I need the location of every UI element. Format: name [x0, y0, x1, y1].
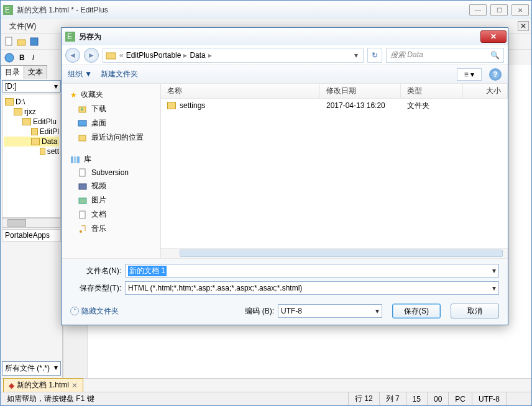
filetype-combo[interactable]: HTML (*.html;*.htm;*.asp;*.asa;*.aspx;*.…	[125, 281, 499, 295]
dialog-title: 另存为	[75, 32, 480, 42]
sidebar-desktop[interactable]: 桌面	[64, 116, 158, 130]
svg-rect-13	[74, 156, 76, 163]
svg-point-19	[80, 230, 82, 233]
folder-tree[interactable]: D:\ rjxz EditPlu EditPl Data sett	[2, 94, 61, 218]
dialog-nav: ◄ ► « EditPlusPortable ▸ Data ▸ ▾ ↻ 搜索 D…	[62, 45, 508, 65]
svg-rect-11	[79, 135, 86, 141]
minimize-button[interactable]: —	[469, 4, 487, 16]
dialog-close-button[interactable]: ✕	[480, 30, 507, 43]
chevron-down-icon: ▾	[54, 82, 58, 91]
filename-input[interactable]: 新的文档 1 ▾	[125, 264, 499, 277]
svg-rect-17	[79, 198, 86, 204]
document-icon	[78, 210, 88, 219]
sidebar-subversion[interactable]: Subversion	[64, 166, 158, 179]
column-headers[interactable]: 名称 修改日期 类型 大小	[161, 84, 508, 99]
breadcrumb-seg[interactable]: Data	[190, 51, 205, 60]
chevron-down-icon[interactable]: ▾	[375, 307, 379, 315]
close-tab-icon[interactable]: ✕	[71, 381, 78, 390]
library-icon	[70, 155, 80, 164]
view-mode-button[interactable]: ≡ ▾	[457, 68, 482, 81]
nav-back-button[interactable]: ◄	[65, 48, 80, 63]
svg-rect-3	[17, 40, 25, 45]
maximize-button[interactable]: ☐	[490, 4, 508, 16]
sidebar-recent[interactable]: 最近访问的位置	[64, 130, 158, 145]
recent-icon	[78, 133, 88, 142]
col-name[interactable]: 名称	[161, 84, 320, 98]
hide-folders-toggle[interactable]: ˄ 隐藏文件夹	[70, 306, 119, 317]
status-col: 列 7	[380, 392, 406, 405]
svg-rect-12	[71, 156, 73, 163]
mdi-close-button[interactable]: ✕	[518, 21, 529, 31]
tree-item-selected[interactable]: Data	[4, 137, 59, 147]
save-as-dialog: E 另存为 ✕ ◄ ► « EditPlusPortable ▸ Data ▸ …	[61, 27, 508, 325]
tree-hscrollbar[interactable]	[2, 218, 61, 228]
dialog-icon: E	[65, 32, 75, 42]
browser-icon[interactable]	[4, 53, 14, 63]
modified-indicator: ◆	[9, 381, 14, 390]
tab-directory[interactable]: 目录	[1, 65, 24, 79]
organize-menu[interactable]: 组织 ▼	[68, 69, 92, 79]
folder-icon	[40, 148, 45, 155]
encoding-value: UTF-8	[281, 307, 302, 315]
file-row[interactable]: settings 2017-04-13 16:20 文件夹	[161, 99, 508, 112]
svg-rect-15	[80, 169, 85, 176]
breadcrumb-dropdown[interactable]: ▾	[352, 51, 360, 60]
file-filter-combo[interactable]: 所有文件 (*.*)▾	[2, 361, 61, 376]
chevron-down-icon[interactable]: ▾	[492, 284, 496, 292]
italic-button[interactable]: I	[30, 53, 37, 62]
new-file-icon[interactable]	[4, 37, 14, 47]
folder-icon	[106, 50, 117, 60]
cancel-button[interactable]: 取消	[451, 304, 499, 318]
open-file-icon[interactable]	[17, 37, 27, 47]
tree-item[interactable]: rjxz	[4, 107, 59, 117]
dialog-titlebar[interactable]: E 另存为 ✕	[62, 28, 508, 45]
svg-rect-4	[30, 38, 38, 45]
chevron-down-icon[interactable]: ▾	[492, 266, 496, 275]
main-titlebar[interactable]: E 新的文档 1.html * - EditPlus — ☐ ✕	[1, 1, 531, 19]
file-type: 文件夹	[401, 101, 463, 111]
col-type[interactable]: 类型	[401, 84, 463, 98]
sidebar-downloads[interactable]: 下载	[64, 102, 158, 116]
help-button[interactable]: ?	[489, 68, 502, 81]
picture-icon	[78, 196, 88, 205]
chevron-right-icon: ▸	[207, 51, 213, 60]
status-encoding: UTF-8	[472, 392, 507, 405]
drive-combo[interactable]: [D:]▾	[2, 80, 61, 92]
search-icon[interactable]: 🔍	[490, 51, 500, 60]
encoding-combo[interactable]: UTF-8 ▾	[278, 304, 382, 318]
sidebar-music[interactable]: 音乐	[64, 222, 158, 236]
breadcrumb[interactable]: « EditPlusPortable ▸ Data ▸ ▾	[103, 48, 364, 63]
dialog-toolbar: 组织 ▼ 新建文件夹 ≡ ▾ ?	[62, 65, 508, 84]
nav-forward-button[interactable]: ►	[84, 48, 99, 63]
refresh-button[interactable]: ↻	[367, 48, 382, 63]
tree-item[interactable]: EditPl	[4, 127, 59, 137]
save-button[interactable]: 保存(S)	[392, 304, 441, 318]
close-button[interactable]: ✕	[511, 4, 529, 16]
dialog-body: ★收藏夹 下载 桌面 最近访问的位置 库 Subversion 视频 图片 文档…	[62, 84, 508, 258]
save-icon[interactable]	[29, 37, 39, 47]
bold-button[interactable]: B	[17, 53, 27, 62]
search-input[interactable]: 搜索 Data 🔍	[386, 48, 504, 63]
col-date[interactable]: 修改日期	[320, 84, 401, 98]
filter-label: 所有文件 (*.*)	[5, 363, 50, 374]
download-icon	[78, 105, 88, 114]
video-icon	[78, 182, 88, 191]
sidebar-favorites[interactable]: ★收藏夹	[64, 88, 158, 102]
document-tab[interactable]: ◆ 新的文档 1.html ✕	[3, 378, 83, 392]
filename-value: 新的文档 1	[128, 266, 167, 276]
sidebar-videos[interactable]: 视频	[64, 179, 158, 193]
menu-file[interactable]: 文件(W)	[6, 20, 40, 33]
tree-item[interactable]: EditPlu	[4, 117, 59, 127]
sidebar-pictures[interactable]: 图片	[64, 193, 158, 207]
col-size[interactable]: 大小	[463, 84, 508, 98]
sidebar-documents[interactable]: 文档	[64, 207, 158, 222]
new-folder-button[interactable]: 新建文件夹	[101, 69, 138, 79]
breadcrumb-seg[interactable]: EditPlusPortable	[126, 51, 181, 60]
status-line: 行 12	[349, 392, 380, 405]
tab-text[interactable]: 文本	[24, 65, 47, 79]
file-list-hscrollbar[interactable]	[161, 248, 508, 258]
sidebar-libraries[interactable]: 库	[64, 152, 158, 166]
filetype-value: HTML (*.html;*.htm;*.asp;*.asa;*.aspx;*.…	[128, 284, 302, 292]
tree-item[interactable]: sett	[4, 147, 59, 156]
tree-item[interactable]: D:\	[4, 97, 59, 107]
